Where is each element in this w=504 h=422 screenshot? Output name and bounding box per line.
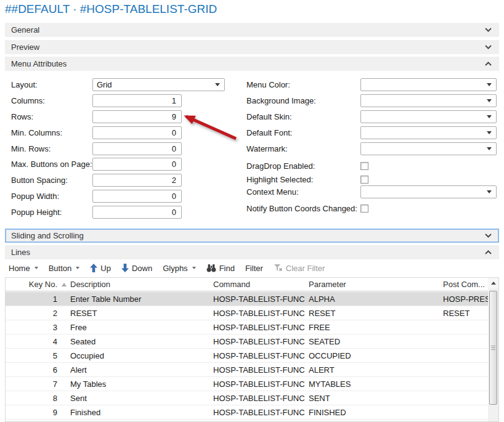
dragdrop-enabled-field: DragDrop Enabled: [246,160,368,172]
table-row[interactable]: 5OccupiedHOSP-TABLELIST-FUNCOCCUPIED [6,349,488,363]
table-row[interactable]: 4SeatedHOSP-TABLELIST-FUNCSEATED [6,335,488,349]
table-cell: RESET [443,309,488,318]
columns-input[interactable] [92,94,182,107]
table-row[interactable]: 8SentHOSP-TABLELIST-FUNCSENT [6,391,488,405]
min-columns-input[interactable] [92,126,182,139]
context-menu-field: Context Menu: [246,185,497,198]
section-general-label: General [11,25,39,34]
table-row[interactable]: 6AlertHOSP-TABLELIST-FUNCALERT [6,363,488,377]
table-cell: FINISHED [309,408,443,417]
popup-height-input[interactable] [92,206,182,219]
section-preview[interactable]: Preview [5,40,499,54]
min-rows-label: Min. Rows: [11,144,92,153]
highlight-selected-checkbox[interactable] [360,176,368,184]
chevron-down-icon [485,233,492,238]
chevron-up-icon [485,62,492,66]
filter-label: Filter [245,264,263,273]
default-skin-label: Default Skin: [246,112,360,121]
chevron-down-icon [487,131,492,134]
table-cell: RESET [70,309,213,318]
column-header-key-no[interactable]: Key No. [6,280,57,289]
table-cell: SENT [309,394,443,403]
section-sliding-label: Sliding and Scrolling [11,231,84,240]
layout-dropdown[interactable]: Grid [92,78,225,91]
clear-filter-label: Clear Filter [286,264,325,273]
min-columns-field: Min. Columns: [11,126,182,139]
page: ##DEFAULT · #HOSP-TABLELIST-GRID General… [0,0,504,422]
watermark-dropdown[interactable] [360,142,497,155]
up-label: Up [100,264,111,273]
table-cell: Free [70,323,213,332]
table-cell: Seated [70,337,213,346]
columns-label: Columns: [11,96,92,105]
find-button[interactable]: Find [206,264,235,273]
table-cell: HOSP-TABLELIST-FUNC [213,351,309,360]
menu-color-dropdown[interactable] [360,78,497,91]
popup-width-input[interactable] [92,190,182,203]
table-cell: My Tables [70,379,213,389]
notify-coords-field: Notify Button Coords Changed: [246,202,368,215]
section-menu-attributes[interactable]: Menu Attributes [5,57,499,71]
menu-color-label: Menu Color: [246,80,360,89]
min-columns-label: Min. Columns: [11,128,92,137]
scroll-up-button[interactable] [488,278,498,288]
section-lines[interactable]: Lines [5,245,499,259]
default-font-dropdown[interactable] [360,126,497,139]
table-cell: RESET [309,309,443,318]
clear-filter-button[interactable]: Clear Filter [274,264,325,273]
table-cell: MYTABLES [309,379,443,389]
chevron-down-icon [192,267,196,269]
column-header-parameter[interactable]: Parameter [309,280,443,289]
button-menu-button[interactable]: Button [49,264,80,273]
table-cell: FREE [309,323,443,332]
arrow-down-icon [121,264,129,272]
table-row[interactable]: 1Enter Table NumberHOSP-TABLELIST-FUNCAL… [6,292,488,306]
table-row[interactable]: 2RESETHOSP-TABLELIST-FUNCRESETRESET [6,306,488,320]
table-row[interactable]: 9FinishedHOSP-TABLELIST-FUNCFINISHED [6,405,488,420]
background-image-field: Background Image: [246,94,497,107]
table-cell: SEATED [309,337,443,346]
column-header-post-command[interactable]: Post Com... [443,280,488,289]
move-up-button[interactable]: Up [90,264,111,273]
table-row[interactable]: 3FreeHOSP-TABLELIST-FUNCFREE [6,320,488,335]
section-general[interactable]: General [5,23,499,37]
table-row[interactable]: 7My TablesHOSP-TABLELIST-FUNCMYTABLES [6,377,488,391]
button-spacing-input[interactable] [92,174,182,187]
table-cell: HOSP-TABLELIST-FUNC [213,309,309,318]
background-image-label: Background Image: [246,96,360,105]
rows-input[interactable] [92,110,182,123]
table-cell: 3 [6,323,57,332]
table-cell: 8 [6,394,57,403]
min-rows-input[interactable] [92,142,182,155]
lines-table: Key No. Description Command Parameter Po… [5,277,499,422]
filter-button[interactable]: Filter [245,264,263,273]
section-menu-attributes-label: Menu Attributes [11,59,67,68]
chevron-down-icon [487,99,492,102]
column-header-command[interactable]: Command [213,280,309,289]
home-label: Home [9,264,30,273]
table-cell: OCCUPIED [309,351,443,360]
watermark-field: Watermark: [246,142,497,155]
vertical-scrollbar[interactable] [488,278,498,421]
max-buttons-input[interactable] [92,158,182,171]
default-skin-dropdown[interactable] [360,110,497,123]
chevron-down-icon [487,115,492,118]
background-image-dropdown[interactable] [360,94,497,107]
notify-coords-checkbox[interactable] [360,205,368,213]
glyphs-menu-button[interactable]: Glyphs [163,264,195,273]
section-lines-label: Lines [11,248,30,257]
context-menu-dropdown[interactable] [360,185,497,198]
scrollbar-thumb[interactable] [489,291,497,405]
section-sliding-and-scrolling[interactable]: Sliding and Scrolling [5,229,499,243]
move-down-button[interactable]: Down [121,264,152,273]
column-header-description[interactable]: Description [70,280,213,289]
chevron-down-icon [76,267,79,269]
highlight-selected-field: Highlight Selected: [246,173,368,186]
table-cell: ALERT [309,365,443,375]
table-cell: Occupied [70,351,213,360]
home-menu-button[interactable]: Home [9,264,38,273]
triangle-up-icon [491,282,496,285]
dragdrop-enabled-checkbox[interactable] [360,162,368,170]
table-cell: HOSP-TABLELIST-FUNC [213,365,309,375]
layout-label: Layout: [11,80,92,89]
